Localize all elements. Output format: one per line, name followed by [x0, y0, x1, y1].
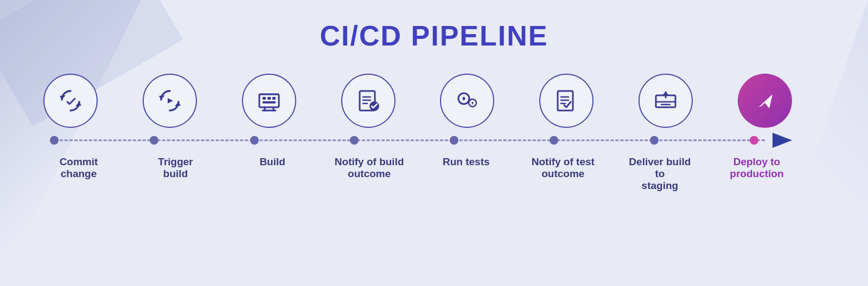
dot-3: [250, 136, 259, 145]
label-commit-change: Commit change: [43, 156, 114, 180]
step-icon-trigger: [143, 74, 197, 128]
step-icon-deliver: [639, 74, 693, 128]
dot-2: [150, 136, 158, 145]
dot-4: [350, 136, 359, 145]
page-title: CI/CD PIPELINE: [320, 20, 548, 52]
svg-rect-12: [272, 97, 276, 100]
dot-1: [50, 136, 59, 145]
label-build: Build: [237, 156, 308, 168]
label-deploy-production: Deploy to production: [722, 156, 792, 180]
build-icon: [255, 87, 283, 115]
step-icon-build: [242, 74, 296, 128]
step-notify-test: [539, 74, 593, 128]
step-icon-notify-test: [539, 74, 593, 128]
timeline-row: [43, 132, 792, 148]
svg-rect-5: [259, 94, 279, 107]
main-container: CI/CD PIPELINE: [0, 0, 868, 286]
svg-marker-28: [662, 92, 669, 95]
dot-7: [650, 136, 659, 145]
step-icon-run-tests: [440, 74, 494, 128]
notify-test-icon: [552, 87, 580, 115]
pipeline-area: Commit change Trigger build Build Notify…: [22, 74, 846, 192]
step-trigger-build: [143, 74, 197, 128]
step-icon-deploy: [738, 74, 792, 128]
step-deploy-production: [738, 74, 792, 128]
svg-rect-10: [263, 97, 266, 100]
deploy-icon: [751, 87, 779, 115]
deliver-icon: [652, 87, 680, 115]
dot-deploy: [750, 136, 758, 145]
refresh-icon: [56, 87, 85, 115]
label-run-tests: Run tests: [431, 156, 501, 168]
label-deliver-staging: Deliver build to staging: [624, 156, 695, 192]
step-icon-notify-build: [341, 74, 395, 128]
dot-6: [550, 136, 558, 145]
dot-5: [450, 136, 458, 145]
label-trigger-build: Trigger build: [141, 156, 211, 180]
icons-row: [43, 74, 792, 128]
step-commit-change: [43, 74, 98, 128]
svg-marker-4: [168, 98, 173, 103]
timeline-arrow: [773, 133, 792, 148]
svg-rect-13: [263, 101, 276, 103]
timeline-dots: [43, 136, 765, 145]
trigger-icon: [156, 87, 184, 115]
step-build: [242, 74, 296, 128]
notify-build-icon: [354, 87, 382, 115]
step-icon-commit: [43, 74, 98, 128]
step-notify-build: [341, 74, 395, 128]
step-run-tests: [440, 74, 494, 128]
label-notify-test: Notify of test outcome: [528, 156, 598, 180]
labels-row: Commit change Trigger build Build Notify…: [43, 156, 792, 192]
label-notify-build: Notify of build outcome: [334, 156, 405, 180]
svg-rect-11: [267, 97, 271, 100]
run-tests-icon: [453, 87, 481, 115]
step-deliver-staging: [639, 74, 693, 128]
